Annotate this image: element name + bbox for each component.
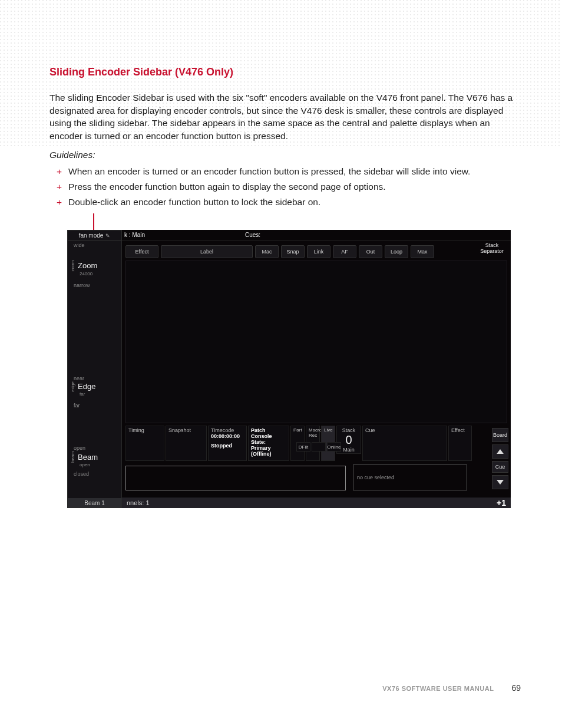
column-link[interactable]: Link <box>307 245 330 258</box>
encoder-top-label: open <box>70 445 121 451</box>
encoder-top-label: wide <box>70 242 121 248</box>
column-snap[interactable]: Snap <box>281 245 305 258</box>
encoder-bottom-label: closed <box>70 471 121 477</box>
encoder-side-label: zoom <box>70 260 75 272</box>
snapshot-box[interactable]: Snapshot <box>166 426 207 461</box>
page-footer: VX76 SOFTWARE USER MANUAL 69 <box>0 683 562 693</box>
cue-box[interactable]: Cue <box>362 426 447 461</box>
column-loop[interactable]: Loop <box>385 245 408 258</box>
encoder-slot-edge[interactable]: near edge Edge far far <box>68 330 121 419</box>
cues-label: Cues: <box>245 232 260 238</box>
console-state-box[interactable]: Patch Console State: Primary (Offline) <box>248 426 289 461</box>
section-heading: Sliding Encoder Sidebar (V476 Only) <box>49 66 521 78</box>
encoder-slot-zoom[interactable]: wide zoom Zoom 24000 narrow <box>68 241 121 330</box>
command-line-input[interactable] <box>125 466 346 490</box>
console-main: k : Main Cues: Effect Label Mac Snap Lin… <box>122 230 511 508</box>
timecode-box[interactable]: Timecode 00:00:00:00 Stopped <box>208 426 247 461</box>
guidelines-list: When an encoder is turned or an encoder … <box>49 166 521 207</box>
status-mini-row: DFilt Online <box>296 442 341 452</box>
encoder-name: Zoom <box>78 261 97 270</box>
page-number: 69 <box>511 683 521 693</box>
encoder-name: Edge <box>78 382 95 391</box>
encoder-sidebar-header[interactable]: fan mode ✎ <box>68 230 121 241</box>
encoder-side-label: beam <box>70 451 75 463</box>
encoder-mode-label: fan mode <box>79 232 104 239</box>
column-header-row: Effect Label Mac Snap Link AF Out Loop M… <box>122 245 474 258</box>
encoder-value: 24000 <box>70 271 121 276</box>
column-mac[interactable]: Mac <box>255 245 279 258</box>
online-button[interactable]: Online <box>327 442 341 452</box>
stack-separator-button[interactable]: Stack Separator <box>475 243 508 258</box>
board-button[interactable]: Board <box>492 428 508 442</box>
effect-box[interactable]: Effect <box>448 426 472 461</box>
bottom-bar: nnels: 1 +1 <box>122 498 511 508</box>
column-max[interactable]: Max <box>411 245 434 258</box>
blank-button[interactable] <box>312 442 326 452</box>
column-af[interactable]: AF <box>333 245 356 258</box>
triangle-down-icon <box>497 480 504 485</box>
encoder-value: far <box>70 391 121 397</box>
encoder-value: open <box>70 462 121 467</box>
encoder-sidebar: fan mode ✎ wide zoom Zoom 24000 narrow n… <box>67 230 122 508</box>
encoder-top-label: near <box>70 375 121 381</box>
encoder-side-label: edge <box>70 381 75 392</box>
cue-nav-button[interactable]: Cue <box>492 461 508 473</box>
cue-list-area[interactable] <box>125 261 507 423</box>
stack-name-label: k : Main <box>124 232 145 238</box>
down-arrow-button[interactable] <box>492 475 508 489</box>
encoder-name: Beam <box>78 453 98 462</box>
manual-title: VX76 SOFTWARE USER MANUAL <box>382 685 494 692</box>
cue-status-box: no cue selected <box>353 465 467 490</box>
list-item: When an encoder is turned or an encoder … <box>60 166 521 177</box>
callout-line <box>93 213 94 231</box>
intro-paragraph: The sliding Encoder Sidebar is used with… <box>49 91 521 143</box>
encoder-bottom-label: narrow <box>70 282 121 288</box>
up-arrow-button[interactable] <box>492 444 508 459</box>
timing-box[interactable]: Timing <box>125 426 164 461</box>
plus-one-button[interactable]: +1 <box>497 498 506 508</box>
console-screenshot: fan mode ✎ wide zoom Zoom 24000 narrow n… <box>67 230 511 508</box>
list-item: Double-click an encoder function button … <box>60 197 521 207</box>
dfilt-button[interactable]: DFilt <box>296 442 310 452</box>
guidelines-label: Guidelines: <box>49 150 521 160</box>
triangle-up-icon <box>497 449 504 454</box>
pencil-icon: ✎ <box>105 233 110 239</box>
column-effect[interactable]: Effect <box>125 245 158 258</box>
console-top-row: k : Main Cues: <box>122 230 511 241</box>
channels-label: nnels: 1 <box>127 499 150 506</box>
list-item: Press the encoder function button again … <box>60 182 521 192</box>
encoder-slot-beam[interactable]: open beam Beam open closed <box>68 419 121 498</box>
encoder-page-button[interactable]: Beam 1 <box>68 498 121 508</box>
encoder-bottom-label: far <box>70 403 121 409</box>
column-label[interactable]: Label <box>161 245 253 258</box>
column-out[interactable]: Out <box>359 245 382 258</box>
